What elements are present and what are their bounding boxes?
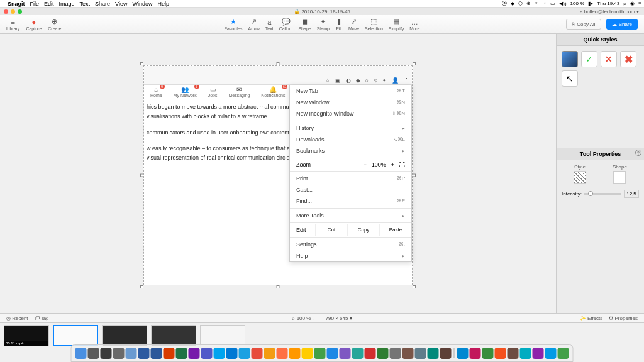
edit-cut[interactable]: Cut (315, 224, 347, 236)
menu-help[interactable]: Help (157, 1, 169, 7)
quick-style-1[interactable] (562, 51, 578, 67)
wifi-icon[interactable]: ᯤ (535, 1, 540, 6)
menu-downloads[interactable]: Downloads⌥⌘L (290, 134, 411, 145)
menu-text[interactable]: Text (80, 1, 91, 7)
canvas-area[interactable]: ☆ ▣ ◐ ◆ ○ ⎋ ✦ 👤 ⋮ ⌂9Home 👥6My Network ▭J… (0, 34, 556, 313)
status-icon[interactable]: ◆ (511, 1, 514, 6)
extension-icon[interactable]: ◆ (356, 77, 360, 84)
menu-window[interactable]: Window (132, 1, 152, 7)
dock-app-icon[interactable] (415, 348, 426, 359)
dock-app-icon[interactable] (520, 348, 531, 359)
text-tool[interactable]: aText (265, 18, 274, 31)
resize-handle[interactable] (140, 62, 143, 65)
library-button[interactable]: ≡Library (6, 18, 19, 31)
recent-button[interactable]: ◷ Recent (6, 315, 28, 321)
thumbnail[interactable] (53, 325, 98, 346)
thumbnail[interactable] (102, 325, 147, 346)
dock-app-icon[interactable] (164, 348, 175, 359)
dock-app-icon[interactable] (264, 348, 275, 359)
dock-app-icon[interactable] (302, 348, 313, 359)
notification-center-icon[interactable]: ≡ (638, 1, 641, 6)
thumbnail[interactable]: 00:11.mp4 (4, 325, 49, 346)
nav-jobs[interactable]: ▭Jobs (208, 86, 218, 96)
menu-new-tab[interactable]: New Tab⌘T (290, 85, 411, 97)
nav-network[interactable]: 👥6My Network (174, 86, 197, 96)
dock-app-icon[interactable] (289, 348, 301, 359)
nav-messaging[interactable]: ✉Messaging (228, 86, 250, 96)
fullscreen-button[interactable]: ⛶ (399, 162, 405, 168)
intensity-slider[interactable] (584, 193, 621, 195)
star-icon[interactable]: ☆ (325, 77, 330, 84)
zoom-display[interactable]: ⌕ 100 % ▾ (292, 315, 315, 321)
account-dropdown[interactable]: a.bollen@techsmith.com ▾ (580, 9, 644, 14)
dock-app-icon[interactable] (340, 348, 351, 359)
menu-share[interactable]: Share (95, 1, 110, 7)
menu-cast[interactable]: Cast... (290, 184, 411, 195)
zoom-out-button[interactable]: − (363, 162, 366, 168)
dock-app-icon[interactable] (533, 348, 544, 359)
search-icon[interactable]: ⌕ (623, 1, 626, 6)
menu-help[interactable]: Help▸ (290, 250, 411, 261)
minimize-button[interactable] (11, 9, 15, 14)
dock-app-icon[interactable] (88, 348, 99, 359)
extension-icon[interactable]: ⎋ (374, 77, 377, 84)
dock-app-icon[interactable] (440, 348, 452, 359)
properties-button[interactable]: ⚙ Properties (609, 315, 638, 321)
bluetooth-icon[interactable]: ᚼ (543, 1, 547, 6)
dock-app-icon[interactable] (75, 348, 87, 359)
menu-print[interactable]: Print...⌘P (290, 173, 411, 184)
share-button[interactable]: ☁Share (606, 19, 638, 30)
nav-home[interactable]: ⌂9Home (150, 86, 162, 96)
edit-copy[interactable]: Copy (347, 224, 379, 236)
dock-app-icon[interactable] (101, 348, 112, 359)
status-icon[interactable]: ⓢ (502, 0, 507, 7)
dock-app-icon[interactable] (252, 348, 263, 359)
dock-app-icon[interactable] (126, 348, 137, 359)
avatar-icon[interactable]: 👤 (392, 77, 399, 84)
edit-paste[interactable]: Paste (379, 224, 411, 236)
siri-icon[interactable]: ◉ (630, 1, 635, 6)
dock-app-icon[interactable] (138, 348, 150, 359)
dock-app-icon[interactable] (201, 348, 213, 359)
resize-handle[interactable] (413, 285, 416, 288)
dock-app-icon[interactable] (113, 348, 125, 359)
dock-app-icon[interactable] (151, 348, 162, 359)
menu-settings[interactable]: Settings⌘, (290, 239, 411, 250)
selection-tool[interactable]: ⬚Selection (365, 18, 383, 31)
menu-view[interactable]: View (115, 1, 127, 7)
stamp-tool[interactable]: ✦Stamp (317, 18, 330, 31)
intensity-value[interactable]: 12,5 (624, 190, 639, 198)
dock-app-icon[interactable] (508, 348, 519, 359)
dock-app-icon[interactable] (470, 348, 481, 359)
create-button[interactable]: ⊕Create (48, 18, 61, 31)
dock-app-icon[interactable] (495, 348, 506, 359)
extension-icon[interactable]: ✦ (382, 77, 387, 84)
dock-app-icon[interactable] (545, 348, 557, 359)
menu-more-tools[interactable]: More Tools▸ (290, 210, 411, 221)
menu-image[interactable]: Image (59, 1, 75, 7)
thumbnail[interactable] (151, 325, 196, 346)
dock-app-icon[interactable] (189, 348, 200, 359)
dock-app-icon[interactable] (214, 348, 225, 359)
dock-app-icon[interactable] (428, 348, 439, 359)
dock-app-icon[interactable] (457, 348, 469, 359)
canvas-selection[interactable]: ☆ ▣ ◐ ◆ ○ ⎋ ✦ 👤 ⋮ ⌂9Home 👥6My Network ▭J… (143, 65, 413, 285)
menu-find[interactable]: Find...⌘F (290, 195, 411, 207)
battery-icon[interactable]: ▮▸ (588, 1, 593, 6)
simplify-tool[interactable]: ▤Simplify (389, 18, 404, 31)
menu-file[interactable]: File (30, 1, 40, 7)
menu-incognito[interactable]: New Incognito Window⇧⌘N (290, 108, 411, 119)
dock-app-icon[interactable] (314, 348, 326, 359)
shape-swatch[interactable] (613, 171, 626, 184)
dock-app-icon[interactable] (239, 348, 250, 359)
quick-style-x-bold[interactable]: ✖ (620, 51, 636, 67)
dock-app-icon[interactable] (226, 348, 238, 359)
display-icon[interactable]: ▭ (550, 1, 555, 6)
extension-icon[interactable]: ▣ (335, 77, 341, 84)
resize-handle[interactable] (140, 285, 143, 288)
quick-style-cursor[interactable]: ↖ (562, 70, 578, 87)
copy-all-button[interactable]: ⎘Copy All (566, 19, 601, 30)
callout-tool[interactable]: 💬Callout (279, 18, 293, 31)
dock-app-icon[interactable] (390, 348, 401, 359)
arrow-tool[interactable]: ↗Arrow (248, 18, 260, 31)
